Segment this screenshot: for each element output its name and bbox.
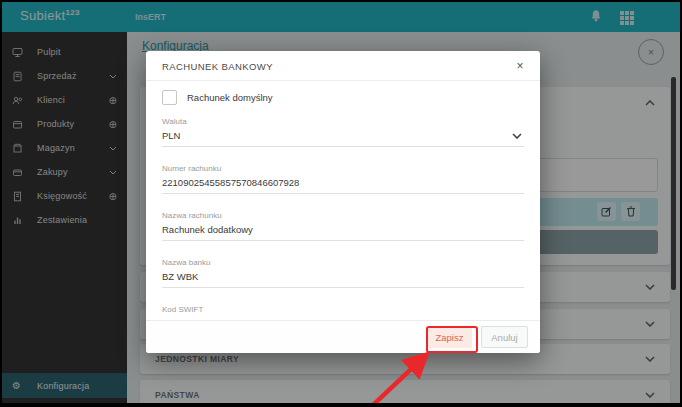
dialog-title: RACHUNEK BANKOWY bbox=[162, 61, 273, 72]
field-label: Kod SWIFT bbox=[162, 305, 524, 315]
field-numer-rachunku: Numer rachunku bbox=[162, 164, 524, 194]
dialog-close-button[interactable]: × bbox=[510, 56, 530, 76]
dialog-header: RACHUNEK BANKOWY × bbox=[146, 51, 540, 81]
app-window: Subiekt123 InsERT Pulpit Sprzedaż bbox=[0, 0, 682, 407]
field-label: Nazwa rachunku bbox=[162, 211, 524, 221]
currency-select[interactable] bbox=[162, 128, 524, 147]
cancel-button[interactable]: Anuluj bbox=[481, 326, 528, 348]
account-name-input[interactable] bbox=[162, 222, 524, 241]
dialog-footer: Zapisz Anuluj bbox=[146, 320, 540, 353]
account-number-input[interactable] bbox=[162, 175, 524, 194]
field-nazwa-banku: Nazwa banku bbox=[162, 258, 524, 288]
bank-account-dialog: RACHUNEK BANKOWY × Rachunek domyślny Wal… bbox=[146, 51, 540, 353]
field-label: Numer rachunku bbox=[162, 164, 524, 174]
chevron-down-icon[interactable] bbox=[512, 133, 522, 139]
dialog-body: Rachunek domyślny Waluta Numer rachunku … bbox=[146, 81, 540, 335]
checkbox-label: Rachunek domyślny bbox=[187, 92, 273, 103]
bank-name-input[interactable] bbox=[162, 269, 524, 288]
default-account-checkbox[interactable] bbox=[162, 90, 177, 105]
field-nazwa-rachunku: Nazwa rachunku bbox=[162, 211, 524, 241]
save-button[interactable]: Zapisz bbox=[427, 326, 472, 348]
field-label: Waluta bbox=[162, 117, 524, 127]
close-icon: × bbox=[516, 59, 523, 73]
field-waluta: Waluta bbox=[162, 117, 524, 147]
field-label: Nazwa banku bbox=[162, 258, 524, 268]
